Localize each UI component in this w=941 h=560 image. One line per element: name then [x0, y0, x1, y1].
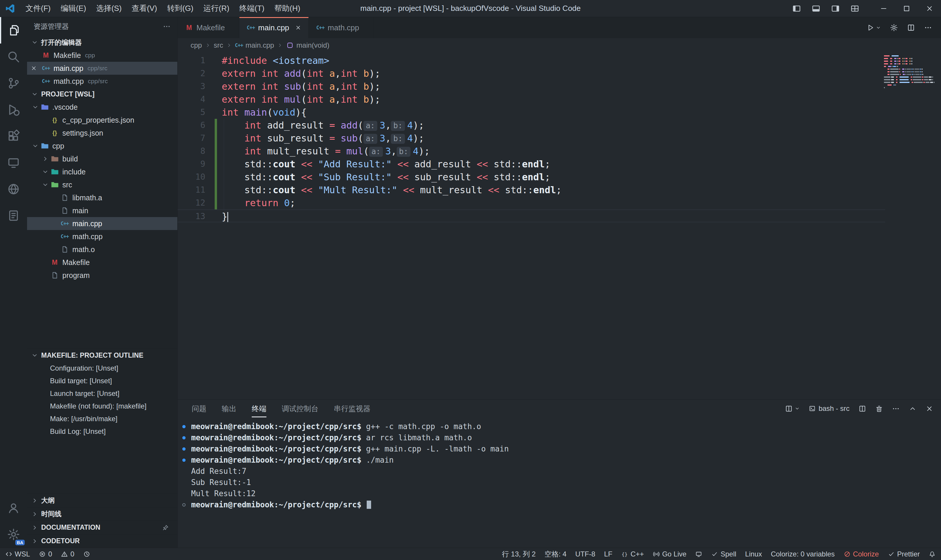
makefile-outline-item[interactable]: Configuration: [Unset]	[27, 362, 177, 374]
minimap[interactable]	[884, 55, 928, 90]
activity-github[interactable]	[0, 176, 27, 202]
tree-item-build[interactable]: build	[27, 152, 177, 165]
close-tab-icon[interactable]	[295, 25, 301, 31]
activity-search[interactable]	[0, 43, 27, 70]
tree-item-program[interactable]: program	[27, 269, 177, 282]
status-timer[interactable]	[83, 551, 90, 558]
makefile-outline-item[interactable]: Launch target: [Unset]	[27, 387, 177, 400]
tree-item-src[interactable]: src	[27, 178, 177, 191]
code-line-8[interactable]: 8 int mult_result = mul(a:3,b:4);	[178, 145, 885, 158]
command-decoration[interactable]	[182, 436, 186, 439]
pin-icon[interactable]	[162, 524, 169, 531]
activity-notebook[interactable]	[0, 202, 27, 229]
more-actions-button[interactable]	[924, 23, 932, 32]
open-editors-header[interactable]: 打开的编辑器	[27, 36, 177, 49]
open-editor-main.cpp[interactable]: C++ main.cpp cpp/src	[27, 62, 177, 75]
breadcrumb-item[interactable]: cpp	[191, 41, 202, 49]
layout-grid-button[interactable]	[850, 4, 859, 13]
tab-Makefile[interactable]: M Makefile	[178, 17, 239, 38]
tree-item-libmath.a[interactable]: libmath.a	[27, 191, 177, 204]
open-editor-math.cpp[interactable]: C++ math.cpp cpp/src	[27, 75, 177, 88]
maximize-panel-button[interactable]	[909, 405, 916, 413]
activity-accounts[interactable]	[0, 495, 27, 521]
split-terminal-button[interactable]	[858, 405, 866, 413]
activity-extensions[interactable]	[0, 123, 27, 149]
status-errors[interactable]: 0	[39, 550, 52, 558]
makefile-outline-item[interactable]: Build Log: [Unset]	[27, 425, 177, 438]
status-linux[interactable]: Linux	[745, 550, 762, 558]
tree-item-Makefile[interactable]: MMakefile	[27, 256, 177, 269]
tree-item-main.cpp[interactable]: C++main.cpp	[27, 217, 177, 230]
layout-panel-button[interactable]	[812, 4, 820, 13]
code-line-10[interactable]: 10 std::cout << "Sub Result:" << sub_res…	[178, 171, 885, 183]
split-editor-button[interactable]	[907, 23, 915, 32]
section-CODETOUR[interactable]: CODETOUR	[27, 534, 177, 548]
panel-tab-终端[interactable]: 终端	[252, 400, 266, 417]
maximize-button[interactable]	[895, 0, 918, 17]
tree-item-math.o[interactable]: math.o	[27, 243, 177, 256]
status-warnings[interactable]: 0	[61, 550, 74, 558]
tab-main.cpp[interactable]: C++ main.cpp	[239, 17, 309, 38]
status-remote-indicator[interactable]: WSL	[5, 550, 30, 558]
status-ports[interactable]	[695, 551, 702, 558]
breadcrumb-item[interactable]: C++main.cpp	[235, 41, 274, 49]
tab-math.cpp[interactable]: C++ math.cpp	[309, 17, 374, 38]
status-notifications[interactable]	[929, 551, 936, 558]
code-line-12[interactable]: 12 return 0;	[178, 197, 885, 209]
status-indentation[interactable]: 空格: 4	[544, 549, 567, 559]
status-go-live[interactable]: Go Live	[653, 550, 687, 558]
menu-item-3[interactable]: 查看(V)	[127, 3, 162, 14]
code-line-5[interactable]: 5int main(void){	[178, 106, 885, 119]
layout-sidebar-left-button[interactable]	[792, 4, 801, 13]
makefile-outline-item[interactable]: Makefile (not found): [makefile]	[27, 400, 177, 412]
breadcrumb-item[interactable]: main(void)	[286, 41, 329, 49]
command-decoration[interactable]	[182, 447, 186, 451]
code-line-3[interactable]: 3extern int sub(int a,int b);	[178, 80, 885, 93]
kill-terminal-button[interactable]	[875, 405, 883, 413]
code-line-13[interactable]: 13}	[178, 209, 885, 222]
makefile-outline-header[interactable]: MAKEFILE: PROJECT OUTLINE	[27, 349, 177, 362]
tree-item-settings.json[interactable]: {}settings.json	[27, 126, 177, 139]
code-line-1[interactable]: 1#include <iostream>	[178, 54, 885, 67]
status-encoding[interactable]: UTF-8	[575, 550, 595, 558]
activity-explorer[interactable]	[0, 17, 27, 43]
code-line-9[interactable]: 9 std::cout << "Add Result:" << add_resu…	[178, 158, 885, 171]
panel-tab-输出[interactable]: 输出	[222, 400, 237, 417]
menu-item-4[interactable]: 转到(G)	[162, 3, 198, 14]
close-editor-icon[interactable]	[31, 65, 37, 71]
makefile-outline-item[interactable]: Build target: [Unset]	[27, 374, 177, 387]
panel-tab-串行监视器[interactable]: 串行监视器	[334, 400, 371, 417]
panel-more-button[interactable]	[892, 405, 900, 413]
terminal-instance-tab[interactable]: bash - src	[809, 405, 850, 413]
status-cursor-position[interactable]: 行 13, 列 2	[502, 549, 536, 559]
terminal[interactable]: meowrain@redmibook:~/project/cpp/src$ g+…	[178, 417, 941, 548]
tree-item-math.cpp[interactable]: C++math.cpp	[27, 230, 177, 243]
menu-item-2[interactable]: 选择(S)	[91, 3, 127, 14]
status-colorize-count[interactable]: Colorize: 0 variables	[771, 550, 835, 558]
activity-remote-explorer[interactable]	[0, 149, 27, 176]
minimize-button[interactable]	[872, 0, 895, 17]
menu-item-6[interactable]: 终端(T)	[234, 3, 269, 14]
panel-tab-调试控制台[interactable]: 调试控制台	[282, 400, 318, 417]
activity-source-control[interactable]	[0, 70, 27, 97]
status-prettier[interactable]: Prettier	[888, 550, 920, 558]
code-line-6[interactable]: 6 int add_result = add(a:3,b:4);	[178, 119, 885, 132]
tree-item-main[interactable]: main	[27, 204, 177, 217]
layout-sidebar-right-button[interactable]	[831, 4, 840, 13]
close-window-button[interactable]	[918, 0, 941, 17]
menu-item-0[interactable]: 文件(F)	[21, 3, 55, 14]
breadcrumb-item[interactable]: src	[214, 41, 223, 49]
section-DOCUMENTATION[interactable]: DOCUMENTATION	[27, 521, 177, 534]
tree-item-cpp[interactable]: cpp	[27, 139, 177, 152]
menu-item-5[interactable]: 运行(R)	[198, 3, 234, 14]
panel-tab-问题[interactable]: 问题	[192, 400, 206, 417]
code-line-4[interactable]: 4extern int mul(int a,int b);	[178, 93, 885, 106]
code-line-7[interactable]: 7 int sub_result = sub(a:3,b:4);	[178, 132, 885, 145]
menu-item-7[interactable]: 帮助(H)	[269, 3, 305, 14]
command-decoration[interactable]	[182, 458, 186, 462]
command-decoration[interactable]	[182, 503, 186, 506]
section-大纲[interactable]: 大纲	[27, 494, 177, 507]
command-decoration[interactable]	[182, 425, 186, 428]
makefile-outline-item[interactable]: Make: [/usr/bin/make]	[27, 412, 177, 425]
explorer-more-actions-icon[interactable]	[163, 22, 171, 31]
